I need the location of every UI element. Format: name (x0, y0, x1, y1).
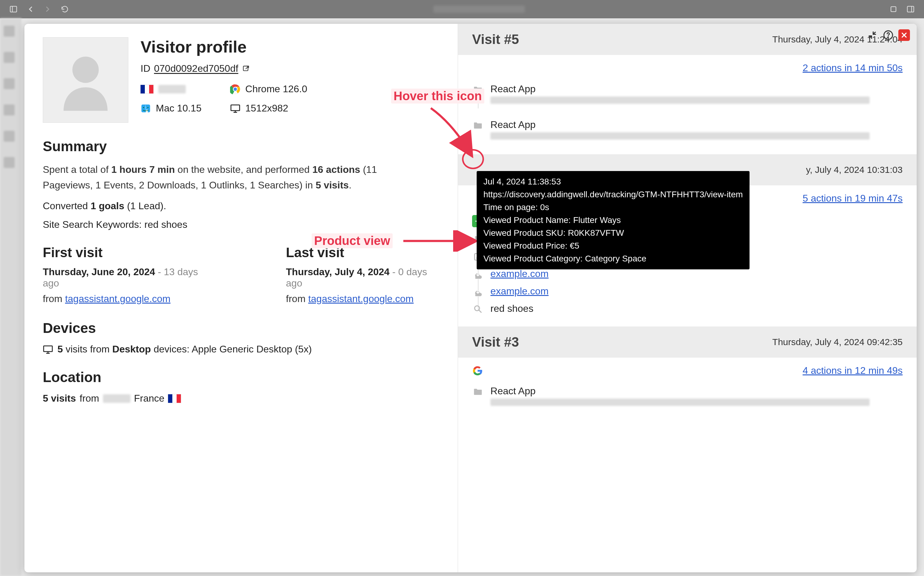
share-icon[interactable] (889, 5, 898, 13)
forward-icon[interactable] (43, 5, 52, 13)
action-url-blurred (490, 132, 870, 139)
svg-rect-3 (908, 6, 914, 12)
first-visit-date: Thursday, June 20, 2024 - 13 days ago (43, 266, 207, 289)
visitor-id-link[interactable]: 070d0092ed7050df (154, 63, 238, 74)
flag-france-icon (141, 85, 154, 93)
svg-point-6 (888, 37, 889, 38)
svg-point-14 (143, 107, 144, 108)
actions-summary-link[interactable]: 4 actions in 12 min 49s (803, 365, 903, 376)
chrome-browser-icon (230, 84, 240, 94)
visit-title: Visit #5 (472, 32, 519, 47)
back-icon[interactable] (26, 5, 35, 13)
svg-rect-8 (243, 66, 248, 70)
devices-heading: Devices (43, 320, 436, 336)
tabs-icon[interactable] (906, 5, 915, 13)
browser-toolbar (0, 0, 924, 18)
actions-summary-link[interactable]: 2 actions in 14 min 50s (803, 62, 903, 73)
app-sidebar (0, 18, 21, 576)
search-icon (473, 304, 483, 314)
action-label: React App (490, 386, 903, 397)
svg-rect-0 (10, 6, 17, 12)
os-label: Mac 10.15 (156, 102, 201, 114)
page-title: Visitor profile (141, 37, 307, 56)
action-row: React App (472, 80, 903, 109)
visit-timestamp: y, July 4, 2024 10:31:03 (806, 165, 903, 175)
download-icon (473, 287, 483, 296)
action-label: React App (490, 119, 903, 130)
devices-line: 5 visits from Desktop devices: Apple Gen… (43, 344, 436, 355)
annotation-productview: Product view (312, 233, 392, 248)
help-icon[interactable] (882, 29, 894, 41)
minimize-icon[interactable] (866, 29, 878, 41)
visit-header: Visit #5 Thursday, July 4, 2024 11:24:04 (458, 24, 917, 55)
google-referrer-icon (472, 365, 483, 376)
folder-icon[interactable] (473, 387, 483, 397)
first-visit-referrer-link[interactable]: tagassistant.google.com (65, 293, 170, 304)
annotation-hover: Hover this icon (391, 88, 484, 104)
summary-heading: Summary (43, 138, 436, 155)
action-label: React App (490, 83, 903, 95)
download-icon (473, 269, 483, 279)
svg-rect-17 (44, 346, 52, 352)
visit-header: Visit #3 Thursday, July 4, 2024 09:42:35 (458, 326, 917, 358)
action-url-blurred (490, 398, 870, 406)
flag-france-icon (168, 394, 181, 403)
action-row: React App (472, 116, 903, 145)
last-visit-referrer-link[interactable]: tagassistant.google.com (308, 293, 414, 304)
last-visit-from: from tagassistant.google.com (286, 293, 436, 304)
action-row: red shoes (472, 300, 903, 317)
search-term: red shoes (490, 303, 533, 314)
svg-point-15 (147, 107, 149, 108)
action-url-blurred (490, 96, 870, 104)
close-icon[interactable] (898, 29, 910, 41)
external-link-icon[interactable] (242, 65, 250, 73)
url-bar[interactable] (433, 5, 525, 13)
first-visit-heading: First visit (43, 245, 207, 260)
action-row: example.com (472, 283, 903, 300)
location-heading: Location (43, 369, 436, 386)
monitor-icon (43, 344, 53, 355)
summary-ssk: Site Search Keywords: red shoes (43, 219, 436, 230)
actions-summary-link[interactable]: 5 actions in 19 min 47s (803, 193, 903, 204)
visit-timestamp: Thursday, July 4, 2024 09:42:35 (772, 337, 903, 347)
reload-icon[interactable] (61, 5, 69, 13)
visit-title: Visit #3 (472, 334, 519, 350)
summary-text: Spent a total of 1 hours 7 min on the we… (43, 162, 425, 193)
last-visit-date: Thursday, July 4, 2024 - 0 days ago (286, 266, 436, 289)
id-label: ID (141, 63, 151, 74)
annotation-arrow-icon (400, 230, 477, 252)
finder-icon (141, 103, 151, 114)
browser-label: Chrome 126.0 (245, 83, 307, 95)
summary-goals: Converted 1 goals (1 Lead). (43, 200, 436, 212)
download-link[interactable]: example.com (490, 286, 548, 296)
first-visit-from: from tagassistant.google.com (43, 293, 207, 304)
annotation-arrow-icon (425, 105, 477, 160)
svg-rect-2 (891, 7, 896, 11)
avatar (43, 37, 128, 123)
download-link[interactable]: example.com (490, 268, 548, 279)
monitor-icon (230, 103, 240, 114)
city-blurred (158, 85, 186, 93)
svg-point-7 (72, 56, 99, 83)
action-row: React App (472, 382, 903, 411)
sidebar-toggle-icon[interactable] (9, 5, 18, 13)
action-tooltip: Jul 4, 2024 11:38:53 https://discovery.a… (477, 171, 749, 269)
svg-rect-16 (231, 105, 240, 110)
location-line: 5 visits from France (43, 393, 436, 404)
resolution-label: 1512x982 (245, 102, 288, 114)
